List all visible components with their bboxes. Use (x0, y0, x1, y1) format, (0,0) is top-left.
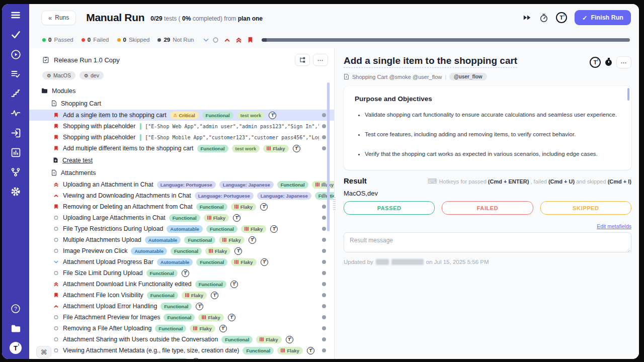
bar-chart-icon[interactable] (10, 146, 22, 158)
run-progress-bar (262, 38, 630, 42)
tag-badge[interactable]: @user_flow (449, 73, 487, 80)
test-row[interactable]: Attachment Upload Progress BarAutomatabl… (29, 256, 334, 267)
test-status-dot[interactable] (322, 315, 326, 319)
sign-in-icon[interactable] (10, 127, 22, 139)
steps-icon[interactable] (10, 87, 22, 100)
test-status-dot[interactable] (322, 205, 326, 209)
test-status-dot[interactable] (322, 271, 326, 275)
breadcrumb-path[interactable]: Shopping Cart @smoke @user_flow (352, 74, 442, 80)
test-status-dot[interactable] (322, 282, 326, 286)
test-row[interactable]: Viewing Attachment Metadata (e.g., file … (29, 345, 334, 356)
tree-scrollbar[interactable] (327, 82, 330, 231)
test-parameters: ["E-Shop Mobile App","customer123","cust… (145, 135, 319, 140)
test-row[interactable]: Image Preview on ClickAutomatableFunctio… (29, 245, 334, 256)
check-icon[interactable] (10, 29, 22, 41)
testomat-badge-icon: T (192, 358, 200, 359)
priority-normal-filter-icon[interactable] (212, 37, 219, 43)
description-scrollbar[interactable] (627, 88, 629, 101)
priority-highest-filter-icon[interactable] (235, 37, 242, 43)
run-tag[interactable]: ⚙dev (79, 71, 104, 79)
edit-metafields-link[interactable]: Edit metafields (597, 223, 631, 229)
fast-forward-icon[interactable] (523, 14, 532, 22)
tree-view-button[interactable] (295, 54, 310, 66)
test-row[interactable]: Attachment Upload Error HandlingFunction… (29, 301, 334, 312)
finish-run-button[interactable]: ✓ Finish Run (575, 10, 631, 25)
status-dot (157, 38, 161, 42)
test-row[interactable]: Multiple Attachments UploadAutomatableFu… (29, 234, 334, 245)
test-row[interactable]: Uploading Large Attachments in ChatFunct… (29, 212, 334, 223)
app-logo[interactable]: T (10, 342, 22, 354)
badge-flaky: Flaky (219, 236, 244, 244)
tree-suite-row[interactable]: Attachments (29, 166, 334, 179)
tree-folder-row[interactable]: Modules (29, 84, 334, 97)
test-title[interactable]: Add a single item to the shopping cart (344, 55, 517, 68)
test-row[interactable]: Add multiple different items to the shop… (29, 143, 334, 154)
back-to-runs-button[interactable]: « Runs (41, 11, 76, 25)
passed-button[interactable]: PASSED (344, 201, 435, 215)
test-status-dot[interactable] (322, 146, 326, 150)
help-icon[interactable]: ? (10, 303, 22, 315)
testomat-logo-icon[interactable]: T (590, 57, 601, 68)
testomat-badge-icon: T (307, 347, 314, 354)
badge-automatable: Automatable (145, 236, 181, 244)
test-status-dot[interactable] (322, 293, 326, 297)
test-row[interactable]: Shopping with placeholder["E-Shop Mobile… (29, 132, 334, 143)
tree-more-button[interactable]: ... (313, 54, 328, 66)
priority-normal-icon (53, 314, 59, 320)
priority-high-filter-icon[interactable] (224, 37, 230, 43)
play-circle-icon[interactable] (10, 48, 22, 60)
test-row[interactable]: File Attachment Preview for ImagesFuncti… (29, 312, 334, 323)
folder-icon[interactable] (10, 322, 22, 334)
test-row[interactable]: Attachment File Icon VisibilityFunctiona… (29, 290, 334, 301)
test-status-dot[interactable] (322, 227, 326, 231)
run-tree-panel: Release Run 1.0 Copy ... ⚙MacOS⚙dev Modu… (29, 48, 335, 359)
description-bullet: Validate shopping cart functionality to … (365, 112, 620, 118)
run-tag[interactable]: ⚙MacOS (42, 71, 75, 79)
test-status-dot[interactable] (322, 216, 326, 220)
result-message-input[interactable] (344, 232, 631, 252)
gear-icon[interactable] (10, 186, 22, 198)
branch-icon[interactable] (10, 166, 22, 178)
test-status-dot[interactable] (322, 326, 326, 330)
create-test-link[interactable]: Create test (29, 154, 334, 166)
test-row[interactable]: File Size Limit During UploadFunctionalT (29, 267, 334, 279)
test-status-dot[interactable] (322, 113, 326, 117)
failed-button[interactable]: FAILED (442, 201, 533, 215)
test-status-dot[interactable] (322, 124, 326, 128)
tree-suite-row[interactable]: Shopping Cart (29, 97, 334, 110)
timer-icon[interactable] (539, 13, 548, 23)
priority-important-filter-icon[interactable] (247, 37, 254, 43)
hotkeys-button[interactable]: ⌘ (36, 346, 51, 358)
test-row[interactable]: File Type Restrictions During UploadAuto… (29, 223, 334, 234)
test-row[interactable]: Removing or Deleting an Attachment from … (29, 201, 334, 212)
menu-icon[interactable] (10, 9, 22, 21)
test-row[interactable]: Viewing and Downloading Attachments in C… (29, 190, 334, 201)
test-row[interactable]: Attachment Sharing with Users outside th… (29, 334, 334, 345)
test-status-dot[interactable] (322, 249, 326, 253)
test-status-dot[interactable] (322, 238, 326, 242)
testomat-logo-icon[interactable]: T (556, 12, 567, 23)
badge-functional: Functional (206, 225, 237, 233)
test-row[interactable]: Add a single item to the shopping cart⚠C… (29, 110, 334, 121)
test-more-button[interactable]: ... (616, 56, 631, 68)
test-row[interactable]: Shopping with placeholder["E-Shop Web Ap… (29, 121, 334, 132)
test-status-dot[interactable] (322, 304, 326, 308)
test-row[interactable]: FunctionalT (29, 356, 334, 359)
test-status-dot[interactable] (322, 194, 326, 198)
activity-icon[interactable] (10, 107, 22, 119)
test-status-dot[interactable] (322, 348, 326, 352)
chevron-down-icon[interactable] (203, 37, 209, 43)
test-row[interactable]: Removing a File After UploadingFunctiona… (29, 323, 334, 334)
skipped-button[interactable]: SKIPPED (540, 201, 631, 215)
badge-language: Language: Japanese (257, 192, 311, 200)
list-check-icon[interactable] (10, 68, 22, 80)
test-status-dot[interactable] (322, 337, 326, 341)
panel-resize-handle[interactable] (333, 197, 336, 211)
test-row[interactable]: Uploading an Attachment in ChatLanguage:… (29, 179, 334, 190)
test-row[interactable]: Attachment Download Link Functionality e… (29, 279, 334, 290)
testomat-badge-icon: T (228, 314, 235, 321)
stopwatch-icon[interactable] (605, 59, 612, 66)
test-status-dot[interactable] (322, 135, 326, 139)
test-status-dot[interactable] (322, 183, 326, 187)
test-status-dot[interactable] (322, 260, 326, 264)
